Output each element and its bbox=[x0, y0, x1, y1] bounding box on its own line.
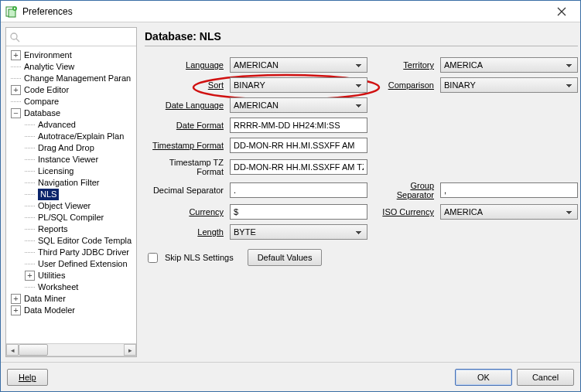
tree-item-label[interactable]: NLS bbox=[38, 189, 59, 200]
tree-item-label[interactable]: Code Editor bbox=[24, 84, 69, 96]
tree-item[interactable]: Compare bbox=[8, 96, 135, 107]
tree-item[interactable]: Instance Viewer bbox=[8, 154, 135, 165]
content-area: +EnvironmentAnalytic ViewChange Manageme… bbox=[1, 22, 580, 362]
tree-branch-icon bbox=[25, 178, 35, 188]
tree-branch-icon bbox=[11, 97, 21, 107]
tree-item-label[interactable]: User Defined Extension bbox=[38, 258, 128, 270]
label-length: Length bbox=[145, 227, 225, 237]
label-sort: Sort bbox=[145, 80, 225, 90]
tree-item-label[interactable]: Instance Viewer bbox=[38, 154, 98, 165]
tree-item[interactable]: Autotrace/Explain Plan bbox=[8, 131, 135, 142]
help-button[interactable]: Help bbox=[7, 369, 48, 386]
tree-item-label[interactable]: Reports bbox=[38, 223, 68, 235]
language-select[interactable]: AMERICAN bbox=[230, 57, 367, 73]
tree-item-label[interactable]: Worksheet bbox=[38, 281, 78, 293]
label-language: Language bbox=[145, 60, 225, 70]
tree-item[interactable]: +Data Miner bbox=[8, 293, 135, 305]
iso-currency-select[interactable]: AMERICA bbox=[440, 204, 578, 220]
tree-item[interactable]: Reports bbox=[8, 223, 135, 235]
label-currency: Currency bbox=[145, 207, 225, 216]
tree-item-label[interactable]: SQL Editor Code Templa bbox=[38, 235, 132, 247]
tree-item-label[interactable]: Licensing bbox=[38, 165, 73, 177]
label-iso-currency: ISO Currency bbox=[372, 207, 436, 216]
tree-item-label[interactable]: Navigation Filter bbox=[38, 177, 99, 189]
timestamp-tz-format-input[interactable] bbox=[230, 159, 367, 175]
tree-item[interactable]: +Code Editor bbox=[8, 84, 135, 96]
tree-branch-icon bbox=[25, 131, 35, 141]
label-comparison: Comparison bbox=[372, 80, 436, 90]
tree-item[interactable]: +Utilities bbox=[8, 270, 135, 281]
tree-item-label[interactable]: PL/SQL Compiler bbox=[38, 212, 104, 223]
search-input[interactable] bbox=[23, 32, 133, 43]
tree-branch-icon bbox=[11, 62, 21, 72]
tree-item-label[interactable]: Database bbox=[24, 107, 60, 119]
tree-item-label[interactable]: Environment bbox=[24, 49, 72, 61]
territory-select[interactable]: AMERICA bbox=[440, 57, 578, 73]
svg-point-3 bbox=[11, 33, 17, 39]
tree-branch-icon bbox=[25, 155, 35, 165]
comparison-select[interactable]: BINARY bbox=[440, 77, 578, 93]
tree-item[interactable]: Analytic View bbox=[8, 61, 135, 73]
close-button[interactable] bbox=[546, 3, 577, 20]
tree-item[interactable]: Advanced bbox=[8, 119, 135, 131]
tree-item-label[interactable]: Compare bbox=[24, 96, 59, 107]
tree-item[interactable]: NLS bbox=[8, 189, 135, 200]
tree-branch-icon bbox=[25, 282, 35, 292]
expand-icon[interactable]: + bbox=[11, 294, 21, 304]
tree-item-label[interactable]: Autotrace/Explain Plan bbox=[38, 131, 124, 142]
timestamp-format-input[interactable] bbox=[230, 138, 367, 153]
skip-nls-checkbox[interactable] bbox=[148, 253, 158, 263]
label-territory: Territory bbox=[372, 60, 436, 70]
ok-button[interactable]: OK bbox=[455, 369, 512, 386]
length-select[interactable]: BYTE bbox=[230, 224, 367, 240]
tree-branch-icon bbox=[25, 120, 35, 130]
tree-item-label[interactable]: Change Management Paran bbox=[24, 73, 131, 84]
tree-branch-icon bbox=[25, 247, 35, 257]
tree-item[interactable]: Third Party JDBC Driver bbox=[8, 247, 135, 258]
tree-item[interactable]: −Database bbox=[8, 107, 135, 119]
collapse-icon[interactable]: − bbox=[11, 108, 21, 118]
tree-item-label[interactable]: Data Miner bbox=[24, 293, 66, 305]
tree-item[interactable]: Licensing bbox=[8, 165, 135, 177]
horizontal-scrollbar[interactable]: ◂ ▸ bbox=[6, 343, 136, 356]
tree-item-label[interactable]: Utilities bbox=[38, 270, 65, 281]
tree-item-label[interactable]: Object Viewer bbox=[38, 200, 91, 212]
cancel-button[interactable]: Cancel bbox=[517, 369, 574, 386]
tree-branch-icon bbox=[11, 73, 21, 84]
tree-item[interactable]: SQL Editor Code Templa bbox=[8, 235, 135, 247]
tree-item[interactable]: User Defined Extension bbox=[8, 258, 135, 270]
window-title: Preferences bbox=[22, 6, 546, 17]
default-values-button[interactable]: Default Values bbox=[248, 249, 323, 266]
scroll-left-button[interactable]: ◂ bbox=[6, 344, 19, 356]
currency-input[interactable] bbox=[230, 204, 367, 220]
tree-item-label[interactable]: Data Modeler bbox=[24, 305, 75, 316]
scroll-thumb[interactable] bbox=[19, 344, 48, 356]
sort-select[interactable]: BINARY bbox=[230, 77, 367, 93]
expand-icon[interactable]: + bbox=[11, 305, 21, 315]
tree-item[interactable]: +Data Modeler bbox=[8, 305, 135, 316]
tree-item[interactable]: Object Viewer bbox=[8, 200, 135, 212]
tree-item[interactable]: +Environment bbox=[8, 49, 135, 61]
tree-item[interactable]: Worksheet bbox=[8, 281, 135, 293]
group-separator-input[interactable] bbox=[440, 182, 578, 198]
expand-icon[interactable]: + bbox=[11, 50, 21, 60]
tree-item[interactable]: Change Management Paran bbox=[8, 73, 135, 84]
tree-item[interactable]: Drag And Drop bbox=[8, 142, 135, 154]
scroll-track[interactable] bbox=[19, 344, 124, 356]
preferences-window: Preferences +EnvironmentAnalytic ViewCha… bbox=[0, 0, 581, 392]
expand-icon[interactable]: + bbox=[25, 271, 35, 281]
svg-line-4 bbox=[16, 39, 19, 42]
tree-item[interactable]: PL/SQL Compiler bbox=[8, 212, 135, 223]
date-format-input[interactable] bbox=[230, 118, 367, 133]
tree-branch-icon bbox=[25, 143, 35, 153]
decimal-separator-input[interactable] bbox=[230, 182, 367, 198]
scroll-right-button[interactable]: ▸ bbox=[124, 344, 136, 356]
tree-item-label[interactable]: Analytic View bbox=[24, 61, 74, 73]
tree-item[interactable]: Navigation Filter bbox=[8, 177, 135, 189]
category-tree[interactable]: +EnvironmentAnalytic ViewChange Manageme… bbox=[6, 46, 136, 343]
tree-item-label[interactable]: Advanced bbox=[38, 119, 76, 131]
date-language-select[interactable]: AMERICAN bbox=[230, 97, 367, 113]
tree-item-label[interactable]: Third Party JDBC Driver bbox=[38, 247, 129, 258]
expand-icon[interactable]: + bbox=[11, 85, 21, 95]
tree-item-label[interactable]: Drag And Drop bbox=[38, 142, 94, 154]
